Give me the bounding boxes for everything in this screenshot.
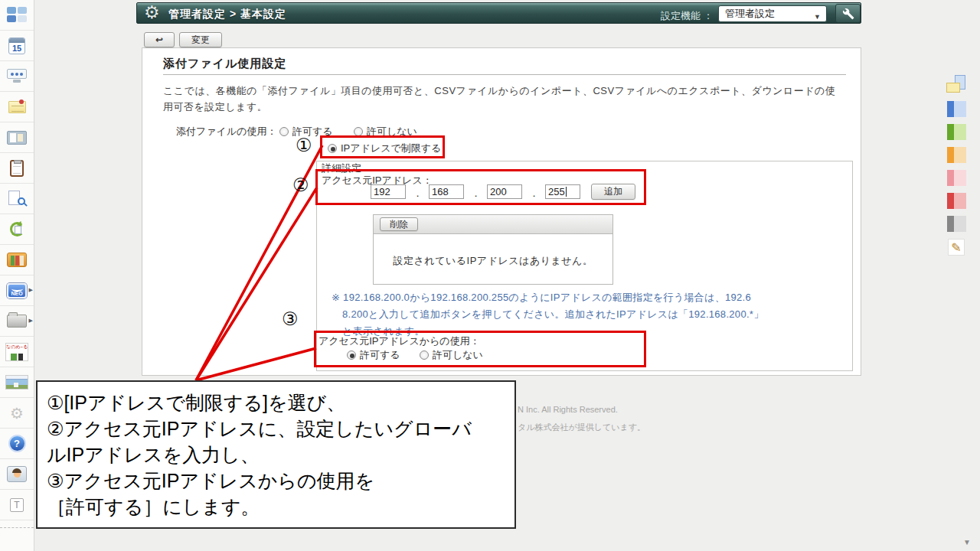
sticky-pink-icon	[947, 170, 954, 186]
page-title: 添付ファイル使用設定	[163, 57, 286, 71]
sidebar-item-text[interactable]: T	[0, 490, 34, 520]
ip-list-box: 削除 設定されているIPアドレスはありません。	[373, 214, 613, 285]
radio-icon[interactable]	[279, 127, 289, 136]
sidebar-item-neo[interactable]: NEO ▶	[0, 276, 34, 306]
function-select[interactable]: 管理者設定 ▼	[718, 5, 827, 22]
annotation-line: ルIPアドレスを入力し、	[47, 442, 505, 468]
annotation-text-box: ①[IPアドレスで制限する]を選び、 ②アクセス元IPアドレスに、設定したいグロ…	[36, 380, 516, 529]
step-number-2: ②	[292, 174, 309, 196]
expand-arrow-icon[interactable]: ▶	[29, 287, 33, 293]
gear-icon: ⚙	[10, 406, 24, 421]
ip-separator: ．	[413, 187, 423, 201]
back-arrow-icon: ↩	[155, 34, 163, 45]
expand-arrow-icon[interactable]: ▶	[29, 318, 33, 324]
sidebar-item-circulation[interactable]	[0, 153, 34, 184]
sticky-green-icon	[947, 124, 954, 140]
change-button[interactable]: 変更	[179, 32, 222, 47]
step-number-3: ③	[282, 308, 299, 330]
breadcrumb: 管理者設定 > 基本設定	[168, 8, 286, 21]
text-tool-icon: T	[10, 498, 24, 512]
sidebar-item-schedule[interactable]: 15	[0, 31, 34, 61]
sidebar-item-help[interactable]: ?	[0, 429, 34, 459]
gear-icon: ⚙	[144, 2, 160, 23]
right-item-sticky-blue[interactable]	[947, 101, 966, 117]
text-caret	[566, 187, 567, 197]
sidebar-item-cabinet[interactable]	[0, 245, 34, 276]
ip-octet4-input[interactable]	[545, 184, 580, 199]
wrench-icon	[842, 8, 854, 20]
back-button[interactable]: ↩	[144, 32, 175, 47]
delete-button[interactable]: 削除	[380, 217, 418, 231]
memo-icon	[8, 101, 26, 113]
right-item-sticky-green[interactable]	[947, 124, 966, 140]
annotation-line: ②アクセス元IPアドレスに、設定したいグローバ	[47, 416, 505, 442]
ip-octet3-input[interactable]	[487, 184, 522, 199]
ip-octet2-input[interactable]	[429, 184, 464, 199]
sidebar-item-memo[interactable]	[0, 92, 34, 122]
admin-header-bar: ⚙ 管理者設定 > 基本設定 設定機能 ： 管理者設定 ▼	[136, 2, 861, 24]
folder-icon	[7, 315, 27, 328]
source-ip-use-label: アクセス元IPアドレスからの使用：	[318, 334, 480, 348]
function-select-value: 管理者設定	[725, 8, 775, 19]
sidebar-item-search[interactable]	[0, 184, 34, 214]
scroll-down-icon[interactable]: ▼	[963, 538, 971, 546]
neo-app-icon: NEO	[7, 283, 27, 298]
annotation-line: ③アクセス元IPアドレスからの使用を	[47, 468, 505, 494]
calendar-day-label: 15	[9, 43, 24, 54]
sidebar-item-webmeeting[interactable]	[0, 61, 34, 92]
ip-octet1-input[interactable]	[371, 184, 406, 199]
radio-deny[interactable]: 許可しない	[354, 125, 417, 139]
title-underline	[163, 74, 846, 75]
sidebar-item-portal[interactable]	[0, 0, 34, 31]
radio-icon[interactable]	[420, 350, 429, 360]
chevron-down-icon: ▼	[814, 9, 821, 24]
right-item-sticky-orange[interactable]	[947, 147, 966, 163]
radio-selected-icon[interactable]	[347, 350, 356, 360]
sidebar-item-bulletin[interactable]	[0, 122, 34, 153]
radio-restrict-ip[interactable]: IPアドレスで制限する	[328, 142, 441, 155]
calendar-icon: 15	[8, 37, 25, 54]
right-item-note[interactable]	[946, 75, 965, 93]
annotation-line: ［許可する］にします。	[47, 494, 505, 520]
document-search-icon	[8, 191, 25, 207]
bulletin-board-icon	[7, 131, 27, 145]
radio-use-deny[interactable]: 許可しない	[420, 348, 483, 362]
mailmag-icon: なのめ~る	[5, 343, 28, 361]
description-line2: 用可否を設定します。	[163, 100, 267, 114]
sticky-blue-icon	[947, 101, 954, 117]
sidebar-divider	[0, 520, 34, 528]
ip-list-header: 削除	[374, 215, 612, 234]
sidebar-item-settings[interactable]: ⚙	[0, 398, 34, 429]
right-item-sticky-gray[interactable]	[947, 216, 966, 232]
radio-selected-icon[interactable]	[328, 144, 337, 153]
right-item-sticky-red[interactable]	[947, 193, 966, 209]
right-item-pencil[interactable]: ✎	[948, 239, 965, 256]
sidebar-item-mailmag[interactable]: なのめ~る	[0, 337, 34, 367]
settings-wrench-button[interactable]	[835, 4, 861, 23]
note-line1: ※ 192.168.200.0から192.168.200.255のようにIPアド…	[332, 291, 751, 305]
meeting-icon	[7, 69, 27, 83]
sidebar-item-banner[interactable]	[0, 367, 34, 398]
add-button[interactable]: 追加	[591, 184, 635, 200]
support-operator-icon	[7, 466, 27, 482]
sticky-gray-icon	[947, 216, 954, 232]
sidebar-item-folder[interactable]: ▶	[0, 306, 34, 337]
sidebar-item-support[interactable]	[0, 459, 34, 490]
note-icon	[946, 75, 965, 93]
workflow-icon	[10, 222, 24, 236]
sticky-orange-icon	[947, 147, 954, 163]
ip-separator: ．	[529, 187, 539, 201]
note-line2: 8.200と入力して追加ボタンを押してください。追加されたIPアドレスは「192…	[342, 308, 763, 321]
sidebar-item-workflow[interactable]	[0, 214, 34, 245]
annotation-line: ①[IPアドレスで制限する]を選び、	[47, 390, 505, 416]
radio-use-allow[interactable]: 許可する	[347, 348, 400, 362]
function-select-label: 設定機能 ：	[661, 9, 714, 23]
step-number-1: ①	[296, 135, 312, 156]
attachment-use-label: 添付ファイルの使用：	[176, 125, 274, 139]
empty-list-message: 設定されているIPアドレスはありません。	[374, 254, 612, 268]
footer-provider: タル株式会社が提供しています。	[518, 422, 645, 433]
help-icon: ?	[8, 435, 26, 452]
screen: 15 NEO ▶ ▶	[0, 0, 980, 551]
right-item-sticky-pink[interactable]	[947, 170, 966, 186]
radio-icon[interactable]	[354, 127, 363, 136]
